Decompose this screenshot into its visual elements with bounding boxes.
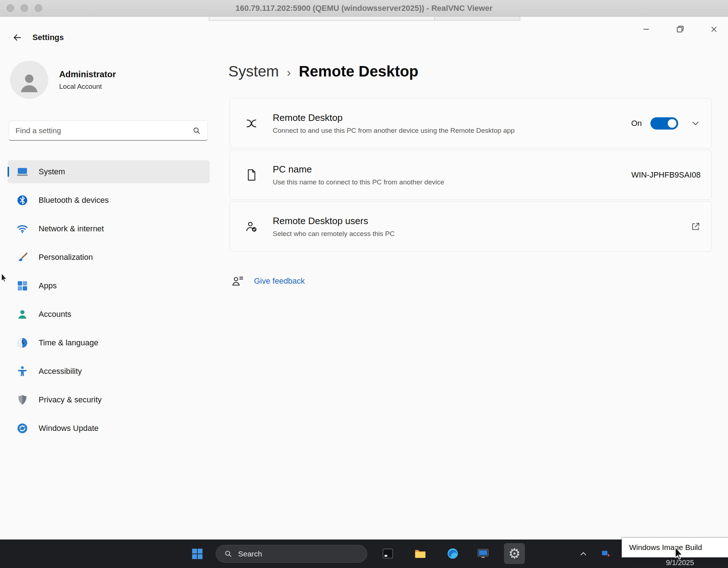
- remote-desktop-toggle[interactable]: [650, 117, 678, 130]
- sidebar-item-apps[interactable]: Apps: [8, 274, 210, 297]
- window-controls: [639, 22, 722, 37]
- sidebar-item-accounts[interactable]: Accounts: [8, 303, 210, 326]
- taskbar-app-console[interactable]: [379, 545, 396, 562]
- sidebar-item-label: Privacy & security: [39, 395, 102, 405]
- accounts-icon: [16, 308, 28, 320]
- card-subtitle: Connect to and use this PC from another …: [273, 127, 631, 135]
- remote-desktop-users-icon: [245, 220, 258, 233]
- network-icon: [16, 223, 28, 235]
- mac-close-button[interactable]: [6, 4, 14, 12]
- back-arrow-icon: [12, 32, 23, 43]
- card-title: Remote Desktop: [273, 112, 631, 123]
- sidebar-item-label: Personalization: [39, 253, 93, 262]
- chevron-down-icon[interactable]: [690, 118, 701, 128]
- remote-desktop-users-card[interactable]: Remote Desktop users Select who can remo…: [230, 201, 712, 252]
- taskbar-search[interactable]: Search: [216, 545, 367, 563]
- search-input[interactable]: [16, 126, 192, 135]
- mac-traffic-lights: [6, 4, 42, 12]
- sidebar-item-system[interactable]: System: [8, 160, 210, 183]
- sidebar-nav: System Bluetooth & devices Network & int…: [8, 160, 210, 440]
- card-title: PC name: [273, 164, 631, 175]
- taskbar-app-monitor[interactable]: [474, 545, 492, 562]
- remote-desktop-icon: [245, 117, 258, 130]
- person-icon: [17, 70, 41, 94]
- sidebar-item-label: Accounts: [39, 310, 71, 319]
- feedback-icon: [231, 274, 245, 288]
- windows-logo-icon: [190, 547, 203, 560]
- sidebar-item-personalization[interactable]: Personalization: [8, 246, 210, 269]
- account-name: Administrator: [59, 69, 116, 79]
- monitor-icon: [477, 547, 490, 560]
- minimize-button[interactable]: [639, 22, 654, 37]
- breadcrumb-system[interactable]: System: [228, 63, 279, 80]
- console-icon: [381, 547, 394, 560]
- edge-icon: [446, 547, 459, 560]
- windows-update-icon: [16, 422, 28, 434]
- remote-desktop-card[interactable]: Remote Desktop Connect to and use this P…: [230, 98, 712, 148]
- breadcrumb: System › Remote Desktop: [228, 63, 418, 80]
- vnc-window-title: 160.79.117.202:5900 (QEMU (windowsserver…: [236, 4, 493, 13]
- start-button[interactable]: [188, 545, 206, 562]
- sidebar-item-network-internet[interactable]: Network & internet: [8, 217, 210, 240]
- toggle-state-label: On: [631, 119, 642, 128]
- mac-minimize-button[interactable]: [21, 4, 28, 12]
- sidebar-item-time-language[interactable]: Time & language: [8, 331, 210, 354]
- sidebar-item-label: Network & internet: [39, 224, 104, 233]
- settings-search[interactable]: [9, 121, 208, 141]
- system-icon: [16, 166, 28, 178]
- pc-name-value: WIN-JPHFB9SAI08: [631, 170, 701, 180]
- pc-name-card: PC name Use this name to connect to this…: [230, 150, 712, 200]
- toggle-knob: [668, 119, 676, 128]
- sidebar-item-label: Accessibility: [39, 367, 82, 376]
- account-header[interactable]: Administrator Local Account: [10, 61, 116, 99]
- tooltip-text: Windows Image Build: [629, 543, 702, 552]
- taskbar-search-label: Search: [238, 550, 262, 558]
- card-subtitle: Select who can remotely access this PC: [273, 230, 690, 238]
- sidebar-item-label: Time & language: [39, 338, 98, 348]
- avatar: [10, 61, 48, 99]
- give-feedback-link[interactable]: Give feedback: [254, 276, 305, 286]
- settings-window: Settings Administrator Local Account Sys…: [0, 17, 728, 539]
- settings-cards: Remote Desktop Connect to and use this P…: [230, 98, 712, 252]
- card-title: Remote Desktop users: [273, 215, 690, 227]
- privacy-security-icon: [16, 394, 28, 406]
- personalization-icon: [16, 251, 28, 263]
- taskbar-app-settings[interactable]: ⚙: [504, 543, 525, 564]
- give-feedback[interactable]: Give feedback: [231, 274, 305, 288]
- sidebar-item-label: System: [39, 167, 65, 176]
- sidebar-item-privacy-security[interactable]: Privacy & security: [8, 388, 210, 411]
- folder-icon: [414, 547, 427, 560]
- gear-icon: ⚙: [508, 547, 521, 560]
- mouse-cursor-left: [1, 274, 8, 283]
- sidebar-item-windows-update[interactable]: Windows Update: [8, 417, 210, 440]
- taskbar-app-edge[interactable]: [444, 545, 461, 562]
- mouse-cursor: [674, 547, 685, 561]
- breadcrumb-separator-icon: ›: [287, 64, 291, 79]
- taskbar: Search ⚙: [0, 539, 728, 568]
- sidebar-item-bluetooth-devices[interactable]: Bluetooth & devices: [8, 189, 210, 212]
- close-button[interactable]: [706, 22, 722, 37]
- bluetooth-icon: [16, 194, 28, 206]
- taskbar-app-file-explorer[interactable]: [412, 545, 429, 562]
- account-type: Local Account: [59, 83, 116, 91]
- sidebar-item-accessibility[interactable]: Accessibility: [8, 360, 210, 383]
- external-link-icon[interactable]: [690, 222, 701, 232]
- sidebar-item-label: Apps: [39, 281, 57, 290]
- sidebar-item-label: Bluetooth & devices: [39, 196, 109, 205]
- apps-icon: [16, 280, 28, 292]
- background-window-edge: [209, 17, 435, 21]
- sidebar-item-label: Windows Update: [39, 424, 98, 433]
- restore-button[interactable]: [672, 22, 688, 37]
- mac-zoom-button[interactable]: [35, 4, 42, 12]
- back-button[interactable]: [9, 30, 25, 45]
- tray-chevron-up-icon[interactable]: [576, 547, 591, 560]
- tray-status-icon[interactable]: [598, 546, 614, 562]
- time-language-icon: [16, 337, 28, 349]
- search-icon: [192, 126, 201, 135]
- page-title: Settings: [32, 33, 64, 42]
- accessibility-icon: [16, 365, 28, 377]
- breadcrumb-remote-desktop: Remote Desktop: [299, 63, 418, 80]
- card-subtitle: Use this name to connect to this PC from…: [273, 178, 631, 186]
- vnc-titlebar: 160.79.117.202:5900 (QEMU (windowsserver…: [0, 0, 728, 17]
- pc-name-icon: [245, 168, 258, 182]
